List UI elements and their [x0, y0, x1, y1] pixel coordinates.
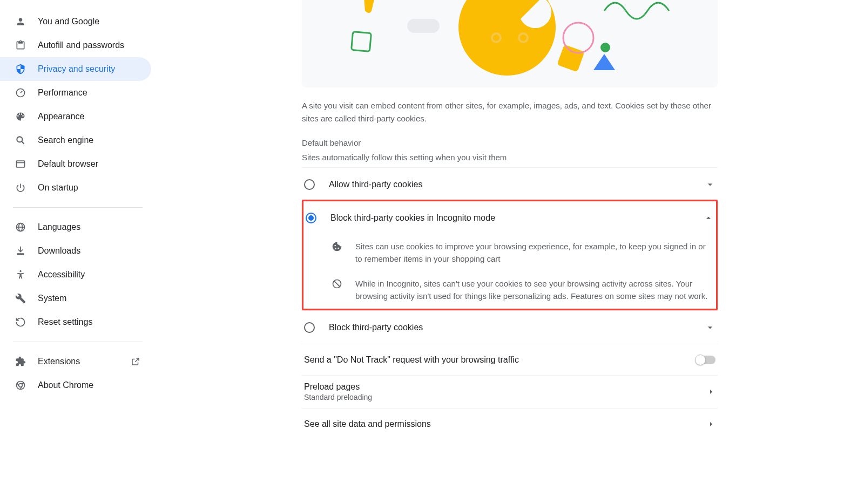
detail-row: Sites can use cookies to improve your br… [303, 235, 716, 272]
palette-icon [15, 111, 26, 122]
default-behavior-sub: Sites automatically follow this setting … [302, 153, 718, 162]
radio-label: Allow third-party cookies [329, 180, 705, 189]
accessibility-icon [15, 269, 26, 280]
chevron-down-icon [705, 179, 716, 190]
shield-icon [15, 64, 26, 74]
sidebar-item-downloads[interactable]: Downloads [0, 239, 151, 263]
wrench-icon [15, 293, 26, 304]
cookie-icon [330, 240, 343, 265]
radio-allow-third-party[interactable]: Allow third-party cookies [302, 167, 718, 201]
sidebar-item-on-startup[interactable]: On startup [0, 176, 151, 200]
sidebar-item-performance[interactable]: Performance [0, 81, 151, 105]
clipboard-icon [15, 40, 26, 51]
sidebar-item-you-and-google[interactable]: You and Google [0, 10, 151, 33]
sidebar-item-label: Downloads [38, 246, 80, 256]
radio-block-incognito[interactable]: Block third-party cookies in Incognito m… [303, 201, 716, 235]
svg-rect-10 [557, 44, 584, 72]
main-content: A site you visit can embed content from … [156, 0, 864, 504]
reset-icon [15, 317, 26, 328]
radio-block-third-party[interactable]: Block third-party cookies [302, 310, 718, 344]
sidebar-item-label: Extensions [38, 357, 80, 366]
chevron-right-icon [707, 387, 716, 396]
chevron-up-icon [703, 213, 714, 223]
sidebar-item-default-browser[interactable]: Default browser [0, 152, 151, 176]
browser-icon [15, 159, 26, 169]
sidebar-item-label: Default browser [38, 159, 98, 169]
detail-text: While in Incognito, sites can't use your… [355, 277, 714, 303]
svg-point-12 [600, 43, 610, 52]
sidebar-item-privacy[interactable]: Privacy and security [0, 57, 151, 81]
setting-label: Send a "Do Not Track" request with your … [304, 355, 696, 365]
sidebar-item-label: Languages [38, 222, 80, 232]
radio-icon [304, 322, 315, 333]
chevron-down-icon [705, 322, 716, 333]
globe-icon [15, 222, 26, 233]
sidebar-item-label: About Chrome [38, 380, 93, 390]
sidebar-item-label: System [38, 294, 66, 303]
sidebar-item-label: On startup [38, 183, 78, 193]
chrome-icon [15, 380, 26, 391]
svg-rect-14 [407, 19, 440, 33]
setting-see-all-site-data[interactable]: See all site data and permissions [302, 408, 718, 439]
detail-row: While in Incognito, sites can't use your… [303, 272, 716, 309]
intro-text: A site you visit can embed content from … [302, 87, 718, 138]
sidebar-item-extensions[interactable]: Extensions [0, 350, 151, 373]
sidebar-item-label: Search engine [38, 135, 93, 145]
toggle-off[interactable] [696, 356, 716, 364]
radio-label: Block third-party cookies in Incognito m… [330, 213, 703, 223]
sidebar-item-label: Reset settings [38, 317, 92, 327]
sidebar-item-languages[interactable]: Languages [0, 215, 151, 239]
sidebar-item-label: Appearance [38, 112, 84, 121]
highlighted-option: Block third-party cookies in Incognito m… [302, 200, 718, 310]
settings-sidebar: You and Google Autofill and passwords Pr… [0, 0, 156, 504]
svg-point-11 [563, 23, 593, 53]
svg-rect-2 [17, 161, 25, 167]
detail-text: Sites can use cookies to improve your br… [355, 240, 714, 265]
sidebar-item-autofill[interactable]: Autofill and passwords [0, 33, 151, 57]
default-behavior-title: Default behavior [302, 138, 718, 147]
svg-point-1 [17, 137, 22, 142]
search-icon [15, 135, 26, 146]
setting-do-not-track[interactable]: Send a "Do Not Track" request with your … [302, 344, 718, 375]
sidebar-item-system[interactable]: System [0, 287, 151, 310]
sidebar-item-label: Autofill and passwords [38, 40, 124, 50]
power-icon [15, 182, 26, 193]
svg-rect-13 [352, 32, 372, 52]
setting-sublabel: Standard preloading [304, 393, 707, 401]
sidebar-item-label: Accessibility [38, 270, 85, 280]
person-icon [15, 16, 26, 27]
radio-icon-checked [306, 213, 316, 223]
sidebar-item-reset[interactable]: Reset settings [0, 310, 151, 334]
sidebar-item-label: Performance [38, 88, 87, 98]
sidebar-item-search-engine[interactable]: Search engine [0, 128, 151, 152]
setting-label: See all site data and permissions [304, 419, 707, 429]
speedometer-icon [15, 87, 26, 98]
sidebar-item-appearance[interactable]: Appearance [0, 105, 151, 128]
sidebar-item-label: You and Google [38, 17, 99, 26]
download-icon [15, 246, 26, 256]
svg-point-5 [19, 270, 21, 272]
sidebar-item-accessibility[interactable]: Accessibility [0, 263, 151, 287]
sidebar-item-about-chrome[interactable]: About Chrome [0, 373, 151, 397]
hero-illustration [302, 0, 718, 87]
sidebar-item-label: Privacy and security [38, 64, 115, 74]
chevron-right-icon [707, 420, 716, 428]
setting-preload-pages[interactable]: Preload pages Standard preloading [302, 375, 718, 408]
block-icon [330, 277, 343, 303]
radio-icon [304, 179, 315, 190]
setting-label: Preload pages [304, 382, 707, 392]
radio-label: Block third-party cookies [329, 323, 705, 332]
external-link-icon [131, 357, 140, 366]
extension-icon [15, 356, 26, 367]
